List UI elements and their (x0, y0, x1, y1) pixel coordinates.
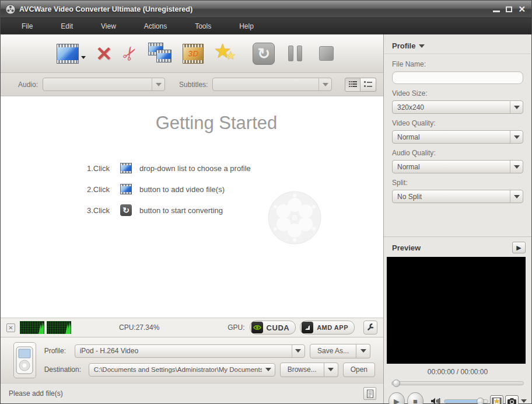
playback-time: 00:00:00 / 00:00:00 (384, 368, 531, 376)
step-3: 3.Click ↻ button to start converting (87, 204, 383, 217)
cpu-usage-text: CPU:27.34% (119, 323, 159, 332)
settings-button[interactable] (363, 321, 377, 335)
destination-select[interactable]: C:\Documents and Settings\Administrator\… (89, 363, 275, 377)
detail-view-toggle[interactable] (345, 78, 360, 92)
right-panel: Profile File Name: Video Size: 320x240 V… (383, 34, 531, 403)
pause-button[interactable] (288, 46, 302, 61)
log-button[interactable] (363, 387, 376, 400)
audio-quality-label: Audio Quality: (392, 149, 523, 157)
audio-select[interactable] (43, 78, 165, 91)
profile-panel-header[interactable]: Profile (384, 34, 531, 54)
stop-icon (319, 46, 334, 61)
step-1-text: drop-down list to choose a profile (139, 164, 251, 173)
seek-track[interactable] (391, 381, 524, 385)
open-button[interactable]: Open (343, 363, 375, 377)
chevron-down-icon (328, 368, 334, 371)
chevron-down-icon (265, 368, 271, 371)
step-1: 1.Click drop-down list to choose a profi… (87, 162, 383, 175)
profile-select[interactable]: iPod - H.264 Video (75, 344, 305, 358)
file-name-input[interactable] (392, 71, 523, 84)
audio-label: Audio: (18, 81, 38, 89)
volume-handle[interactable] (477, 398, 484, 404)
video-size-label: Video Size: (392, 89, 523, 97)
cuda-label: CUDA (267, 323, 290, 332)
menu-help[interactable]: Help (225, 19, 268, 33)
menu-bar: File Edit View Actions Tools Help (1, 18, 531, 34)
profile-row: Profile: iPod - H.264 Video Save As... (44, 344, 375, 358)
stop-playback-button[interactable]: ■ (407, 392, 424, 404)
3d-button[interactable]: 3D (183, 44, 204, 64)
audio-quality-select[interactable]: Normal (392, 160, 523, 173)
split-label: Split: (392, 179, 523, 187)
step-1-number: 1.Click (87, 164, 120, 173)
menu-tools[interactable]: Tools (181, 19, 225, 33)
chevron-down-icon (360, 349, 366, 353)
menu-view[interactable]: View (87, 19, 130, 33)
browse-dropdown[interactable] (324, 363, 338, 377)
play-icon: ▶ (516, 244, 521, 252)
ipod-icon (16, 346, 33, 374)
play-button[interactable]: ▶ (388, 392, 405, 404)
stop-icon: ■ (413, 398, 418, 404)
amd-app-label: AMD APP (317, 324, 348, 331)
subtitles-select[interactable] (212, 78, 332, 91)
volume-slider[interactable] (444, 398, 488, 404)
simple-list-icon (363, 81, 373, 88)
snapshot-button[interactable] (505, 395, 519, 404)
add-effect-snapshot-button[interactable] (490, 395, 503, 404)
cuda-button[interactable]: CUDA (250, 321, 296, 335)
filmstrip-icon (57, 44, 79, 64)
preview-expand-button[interactable]: ▶ (512, 242, 526, 253)
seek-handle[interactable] (393, 379, 400, 387)
cpu-graph-2 (47, 321, 71, 334)
seek-slider[interactable] (391, 379, 524, 387)
video-size-select[interactable]: 320x240 (392, 100, 523, 114)
preview-panel-title: Preview (392, 243, 512, 252)
clip-button[interactable]: ✂ (123, 44, 138, 62)
stream-options-bar: Audio: Subtitles: (1, 73, 383, 96)
close-button[interactable]: ✕ (518, 5, 526, 13)
amd-app-button[interactable]: AMD APP (300, 321, 355, 335)
convert-button[interactable]: ↻ (253, 43, 275, 65)
split-select[interactable]: No Split (392, 190, 523, 203)
menu-edit[interactable]: Edit (47, 19, 87, 33)
close-monitor-button[interactable]: ✕ (6, 323, 15, 332)
add-video-dropdown-arrow[interactable] (81, 56, 86, 59)
profile-dropdown-icon (120, 163, 132, 173)
browse-button[interactable]: Browse... (280, 363, 324, 377)
profile-panel-title: Profile (392, 41, 415, 50)
getting-started-title: Getting Started (1, 113, 383, 134)
stop-button[interactable] (319, 46, 334, 61)
save-as-dropdown[interactable] (356, 344, 370, 358)
file-list-area: Getting Started 1.Click drop-down list t… (1, 96, 383, 318)
menu-file[interactable]: File (8, 19, 47, 33)
step-2-text: button to add video file(s) (139, 185, 225, 194)
wrench-icon (366, 323, 375, 332)
minimize-button[interactable] (493, 11, 500, 12)
merge-icon (147, 43, 173, 65)
video-quality-select[interactable]: Normal (392, 130, 523, 144)
step-2-number: 2.Click (87, 185, 120, 194)
menu-actions[interactable]: Actions (130, 19, 181, 33)
save-as-button[interactable]: Save As... (310, 344, 356, 358)
mute-button[interactable] (430, 397, 440, 404)
snapshot-dropdown-arrow[interactable] (521, 399, 527, 403)
status-message: Please add file(s) (9, 389, 363, 398)
effects-button[interactable]: ★ ★ (214, 43, 238, 65)
convert-mini-icon: ↻ (120, 204, 132, 216)
step-2: 2.Click button to add video file(s) (87, 183, 383, 196)
status-footer: Please add file(s) (1, 383, 383, 403)
preview-panel: Preview ▶ 00:00:00 / 00:00:00 ▶ ■ (384, 236, 531, 403)
left-column: ✕ ✂ 3D ★ ★ (1, 34, 383, 403)
collapse-arrow-icon (419, 44, 425, 48)
window-title: AVCWare Video Converter Ultimate (Unregi… (19, 5, 493, 13)
merge-button[interactable] (147, 43, 173, 65)
add-video-button[interactable] (57, 44, 86, 64)
app-reel-icon (5, 4, 16, 15)
cpu-graph-1 (20, 321, 44, 334)
simple-view-toggle[interactable] (360, 78, 376, 92)
delete-button[interactable]: ✕ (96, 44, 113, 64)
3d-icon: 3D (183, 44, 204, 64)
maximize-button[interactable] (506, 6, 512, 12)
performance-bar: ✕ CPU:27.34% GPU: CUDA (1, 318, 383, 337)
